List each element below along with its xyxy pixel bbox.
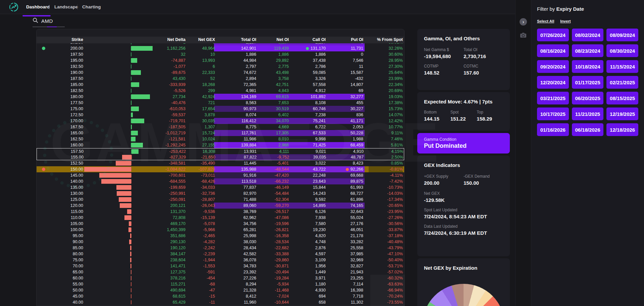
table-row[interactable]: 162.50-121,58110,02411,9868,0109,9981,98… xyxy=(37,136,404,142)
expiry-date-chip[interactable]: 07/26/2024 xyxy=(537,29,569,41)
column-header-total-oi[interactable]: Total OI xyxy=(222,37,256,43)
stat-label: Net Gamma $ xyxy=(424,47,464,52)
panel-title: GEX Indicators xyxy=(424,162,503,168)
main-area: Dashboard Landscape Charting AMD Strike … xyxy=(0,0,515,306)
table-rows: 202.50101,1871,1871,187033.91%200.001,16… xyxy=(37,43,404,305)
camera-icon xyxy=(520,33,527,39)
active-tab-indicator xyxy=(22,15,51,16)
table-row[interactable]: 55.00115,271-688,294-5,9341,1807,114-63.… xyxy=(37,281,404,287)
expiry-date-chip[interactable]: 08/09/2024 xyxy=(606,29,638,41)
table-row[interactable]: 200.001,162,25648,964142,901119,439131,1… xyxy=(37,45,404,51)
table-row[interactable]: 172.50-59,5373,8788,0746,4027,23883614.0… xyxy=(37,112,404,118)
screenshot-button[interactable] xyxy=(520,32,527,39)
table-row[interactable]: 145.00-700,601-73,01191,916-47,42022,248… xyxy=(37,172,404,178)
expiry-date-chip[interactable]: 06/18/2026 xyxy=(572,123,604,136)
table-row[interactable]: 65.00127,375-59123,392-20,4941,44921,943… xyxy=(37,269,404,275)
table-row[interactable]: 152.50-348,581-35,49011,445-5,4013,0228,… xyxy=(37,160,404,166)
panel-title: Net GEX by Expiration xyxy=(424,265,503,271)
expiry-date-chip[interactable]: 10/17/2025 xyxy=(537,107,569,120)
table-row[interactable]: 80.00384,147-2,23942,582-33,3884,59737,9… xyxy=(37,251,404,257)
table-row[interactable]: 75.00238,604-1,94436,078-29,8603,10932,9… xyxy=(37,257,404,263)
column-header-net-oi[interactable]: Net OI xyxy=(255,37,289,43)
table-row[interactable]: 125.00-250,091-28,80771,488-52,3049,5926… xyxy=(37,196,404,203)
stat-label: Spot Last Updated xyxy=(424,208,503,212)
table-row[interactable]: 157.50-253,42216,30813,9314,1119,0214,91… xyxy=(37,148,404,154)
strike-table-card: Strike Net Delta Net GEX Total OI Net OI… xyxy=(36,29,405,306)
table-row[interactable]: 140.00-684,555-68,426113,518-66,23223,64… xyxy=(37,178,404,184)
expiry-date-chip[interactable]: 08/23/2024 xyxy=(572,44,604,57)
table-row[interactable]: 85.00190,120-2,24228,434-22,6822,87625,5… xyxy=(37,245,404,251)
panel-gamma-oi: Gamma, OI, and Others Net Gamma $ -19,59… xyxy=(417,29,510,90)
table-header: Strike Net Delta Net GEX Total OI Net OI… xyxy=(37,37,404,43)
select-all-link[interactable]: Select All xyxy=(537,19,554,23)
column-header-net-gex[interactable]: Net GEX xyxy=(187,37,215,43)
table-row[interactable]: 195.00-74,88713,99344,98429,89237,4387,5… xyxy=(37,57,404,63)
table-row[interactable]: 90.00290,130-4,28238,030-28,5344,74833,2… xyxy=(37,239,404,245)
table-row[interactable]: 60.00378,216-45427,226-19,2843,97123,255… xyxy=(37,275,404,281)
column-header-strike[interactable]: Strike xyxy=(37,37,83,43)
table-row[interactable]: 40.0065,429-1111,960-10,64465811,302-73.… xyxy=(37,299,404,305)
table-row[interactable]: 192.50-1,07762,7972,7752,7861127.30% xyxy=(37,63,404,70)
table-row[interactable]: 135.00-199,659-34,03377,837-46,14915,844… xyxy=(37,184,404,190)
gex-supply-value: 200.00 xyxy=(424,180,464,186)
expiry-date-chip[interactable]: 08/16/2024 xyxy=(537,44,569,57)
expiry-date-chip[interactable]: 12/20/2024 xyxy=(537,76,569,89)
table-row[interactable]: 70.00141,471-1,55334,783-30,8711,95632,8… xyxy=(37,263,404,269)
table-row[interactable]: 110.0072,808-15,13962,962-47,0867,93855,… xyxy=(37,215,404,221)
stat-label: -GEX Demand xyxy=(464,174,503,179)
tab-dashboard[interactable]: Dashboard xyxy=(26,0,50,14)
column-header-pct-from-spot[interactable]: % From Spot xyxy=(369,37,403,43)
expiry-date-chip[interactable]: 01/17/2025 xyxy=(572,76,604,89)
table-row[interactable]: 187.5043,430522,8943,7583,326-43223.99% xyxy=(37,76,404,82)
table-row[interactable]: 182.50-5,5262994,9814,8434,9126920.69% xyxy=(37,88,404,94)
table-row[interactable]: 197.5032101,8861,8861,886030.60% xyxy=(37,51,404,57)
expiry-date-chip[interactable]: 08/02/2024 xyxy=(572,29,604,41)
column-header-call-oi[interactable]: Call OI xyxy=(284,37,326,43)
invert-link[interactable]: Invert xyxy=(560,19,571,23)
net-gamma-value: -19,594,680 xyxy=(424,53,464,59)
table-row[interactable]: 180.0027,73442,924134,16969,615101,89232… xyxy=(37,94,404,100)
table-row[interactable]: 120.00200,121-26,04389,060-59,27014,8957… xyxy=(37,203,404,209)
tab-charting[interactable]: Charting xyxy=(82,0,101,14)
table-row[interactable]: 167.50-187,5051,3078,7754,6696,7222,0531… xyxy=(37,124,404,130)
expiry-date-chip[interactable]: 09/20/2024 xyxy=(537,60,569,73)
table-row[interactable]: 160.00-1,292,24527,155139,8842,96671,425… xyxy=(37,142,404,148)
expiry-date-chip[interactable]: 11/21/2025 xyxy=(572,107,604,120)
expiry-date-chip[interactable]: 12/18/2026 xyxy=(606,123,638,136)
expiry-date-chip[interactable]: 08/15/2025 xyxy=(606,92,638,104)
column-header-put-oi[interactable]: Put OI xyxy=(322,37,363,43)
table-row[interactable]: 177.50-40,4767218,5637,6538,10845517.38% xyxy=(37,100,404,106)
search-input[interactable]: AMD xyxy=(41,18,53,24)
expiry-date-chip[interactable]: 02/21/2025 xyxy=(606,76,638,89)
table-row[interactable]: 150.00-1,084,622-107,828135,988-48,54443… xyxy=(37,166,404,172)
app-logo-icon[interactable] xyxy=(9,2,19,12)
app-root: Dashboard Landscape Charting AMD Strike … xyxy=(0,0,644,306)
table-row[interactable]: 165.00-1,012,71915,724117,76117,30567,53… xyxy=(37,130,404,136)
table-row[interactable]: 115.00131,370-9,53638,769-26,5176,12632,… xyxy=(37,209,404,215)
table-row[interactable]: 185.00-333,93918,26872,36542,75157,55814… xyxy=(37,82,404,88)
table-row[interactable]: 45.0068,615-158,412-7,0246947,718-70.24% xyxy=(37,293,404,299)
collapse-panel-button[interactable]: › xyxy=(520,18,527,26)
table-row[interactable]: 105.00469,170-5,07834,756-19,5967,58027,… xyxy=(37,221,404,227)
table-row[interactable]: 100.001,450,399-5,96665,281-26,82119,230… xyxy=(37,227,404,233)
column-header-net-delta[interactable]: Net Delta xyxy=(137,37,185,43)
table-row[interactable]: 130.00-250,991-32,73682,970-54,48414,243… xyxy=(37,190,404,196)
table-row[interactable]: 175.00-610,05317,65490,97330,51960,74630… xyxy=(37,106,404,112)
expiry-date-chip[interactable]: 08/30/2024 xyxy=(606,44,638,57)
ticker-search[interactable]: AMD xyxy=(33,17,53,25)
gex-demand-value: 150.00 xyxy=(464,180,503,186)
table-row[interactable]: 190.00-89,67522,33374,67243,49859,08515,… xyxy=(37,70,404,76)
expiry-date-chip[interactable]: 10/18/2024 xyxy=(572,60,604,73)
table-row[interactable]: 95.00351,686-2,46525,998-16,3584,82021,1… xyxy=(37,233,404,239)
expiry-date-chip[interactable]: 03/21/2025 xyxy=(537,92,569,104)
expiry-date-chip[interactable]: 06/20/2025 xyxy=(572,92,604,104)
expiry-date-chip[interactable]: 12/19/2025 xyxy=(606,107,638,120)
table-row[interactable]: 50.00490,694-4721,328-11,4684,93016,398-… xyxy=(37,287,404,293)
expiry-date-chip[interactable]: 01/16/2026 xyxy=(537,123,569,136)
tab-landscape[interactable]: Landscape xyxy=(54,0,78,14)
table-row[interactable]: 155.00-827,329-21,65087,822-9,75239,0354… xyxy=(37,154,404,160)
panel-expected-move: Expected Move: 4.67% | 7pts Bottom 144.1… xyxy=(417,92,510,131)
table-row[interactable]: 170.00-719,70130,035116,41234,07075,2414… xyxy=(37,118,404,124)
expiry-date-chip[interactable]: 11/15/2024 xyxy=(606,60,638,73)
expiry-date-chips: 07/26/202408/02/202408/09/202408/16/2024… xyxy=(537,29,638,136)
